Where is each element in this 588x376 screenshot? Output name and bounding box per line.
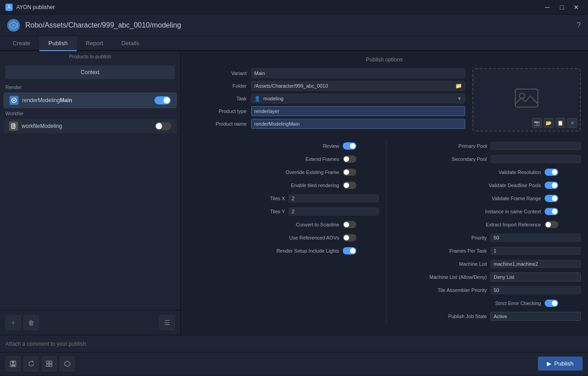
right-panel: Publish options Variant Main Folder /Ass…	[181, 51, 588, 335]
extract-import-reference-control	[545, 221, 581, 228]
refresh-button[interactable]	[23, 356, 39, 371]
secondary-pool-input[interactable]	[490, 155, 581, 163]
strict-error-checking-toggle[interactable]	[545, 300, 558, 307]
variant-input[interactable]: Main	[254, 70, 462, 76]
svg-rect-16	[50, 364, 52, 367]
help-button[interactable]: ?	[577, 21, 581, 29]
filter-button[interactable]	[60, 356, 75, 371]
instance-same-context-label: Instance in same Context	[390, 209, 545, 214]
thumbnail-copy-button[interactable]: 📋	[555, 118, 565, 128]
tile-assembler-priority-input[interactable]: 50	[490, 286, 581, 294]
maximize-button[interactable]: □	[555, 1, 568, 14]
svg-rect-8	[515, 89, 538, 107]
override-existing-frame-label: Override Existing Frame	[188, 169, 343, 175]
tab-report[interactable]: Report	[77, 36, 112, 51]
validate-deadline-pools-toggle[interactable]	[545, 182, 558, 189]
options-right: Primary Pool Secondary Pool Validate Res…	[386, 141, 581, 324]
extract-import-reference-toggle[interactable]	[545, 221, 558, 228]
workfile-toggle[interactable]	[155, 122, 171, 130]
strict-error-checking-row: Strict Error Checking	[390, 298, 581, 309]
tiles-x-input[interactable]: 2	[289, 194, 379, 202]
enable-tiled-rendering-control	[343, 182, 379, 189]
products-header: Products to publish	[0, 51, 180, 62]
instance-same-context-toggle[interactable]	[545, 208, 558, 215]
svg-rect-11	[12, 361, 14, 363]
convert-scanline-row: Convert to Scanline	[188, 219, 379, 230]
save-button[interactable]	[5, 356, 21, 371]
convert-scanline-toggle[interactable]	[343, 221, 356, 228]
app-icon: A	[5, 4, 13, 11]
titlebar: A AYON publisher ─ □ ✕	[0, 0, 588, 14]
task-field[interactable]: 👤 modeling ▼	[251, 94, 465, 103]
frames-per-task-input[interactable]: 1	[490, 247, 581, 255]
use-referenced-aovs-row: Use Referenced AOVs	[188, 232, 379, 243]
machine-list-allow-deny-select[interactable]: Deny List Allow List	[490, 273, 581, 282]
instance-same-context-row: Instance in same Context	[390, 206, 581, 217]
strict-error-checking-label: Strict Error Checking	[390, 301, 545, 306]
render-toggle[interactable]	[154, 96, 171, 104]
add-item-button[interactable]: +	[5, 315, 21, 330]
minimize-button[interactable]: ─	[541, 1, 554, 14]
render-modeling-item[interactable]: renderModelingMain	[4, 93, 177, 108]
tiles-y-label: Tiles Y	[188, 209, 289, 214]
product-name-value: renderModelingMain	[254, 121, 299, 127]
primary-pool-control	[490, 142, 581, 150]
review-toggle[interactable]	[343, 142, 356, 150]
validate-deadline-pools-row: Validate Deadline Pools	[390, 180, 581, 191]
validate-resolution-toggle[interactable]	[545, 169, 558, 176]
tab-details[interactable]: Details	[112, 36, 149, 51]
close-button[interactable]: ✕	[570, 1, 583, 14]
variant-field[interactable]: Main	[251, 68, 465, 78]
context-button[interactable]: Context	[5, 66, 175, 79]
extend-frames-control	[343, 155, 379, 163]
machine-list-input[interactable]: machine1,machine2	[490, 260, 581, 268]
machine-list-allow-deny-control: Deny List Allow List	[490, 273, 581, 282]
publish-button[interactable]: ▶ Publish	[538, 357, 583, 371]
priority-input[interactable]: 50	[490, 234, 581, 242]
tab-create[interactable]: Create	[4, 36, 39, 51]
workfile-item[interactable]: workfileModeling	[4, 119, 177, 133]
bottom-toolbar: ▶ Publish	[0, 352, 588, 375]
menu-button[interactable]: ☰	[159, 315, 175, 330]
product-type-value: renderlayer	[254, 108, 280, 114]
instance-same-context-control	[545, 208, 581, 215]
validate-frame-range-toggle[interactable]	[545, 195, 558, 202]
machine-list-row: Machine List machine1,machine2	[390, 258, 581, 269]
product-name-field[interactable]: renderModelingMain	[251, 119, 465, 129]
comment-bar	[0, 335, 588, 352]
override-existing-frame-control	[343, 169, 379, 176]
layout-button[interactable]	[42, 356, 57, 371]
convert-scanline-control	[343, 221, 379, 228]
tab-publish[interactable]: Publish	[39, 36, 77, 51]
publish-options-title: Publish options	[188, 56, 581, 63]
titlebar-left: A AYON publisher	[5, 4, 55, 11]
render-setup-lights-toggle[interactable]	[343, 247, 356, 254]
delete-item-button[interactable]: 🗑	[23, 315, 39, 330]
render-item-name: renderModelingMain	[22, 97, 151, 103]
validate-frame-range-label: Validate Frame Range	[390, 196, 545, 201]
primary-pool-input[interactable]	[490, 142, 581, 150]
folder-field[interactable]: /Assets/Character/999_abc_0010 📁	[251, 81, 465, 91]
render-setup-lights-label: Render Setup Include Lights	[188, 248, 343, 254]
folder-browse-button[interactable]: 📁	[455, 83, 462, 89]
task-label: Task	[188, 96, 251, 101]
extend-frames-toggle[interactable]	[343, 155, 356, 163]
extend-frames-label: Extend Frames	[188, 156, 343, 162]
tab-bar: Create Publish Report Details	[0, 36, 588, 51]
tiles-y-input[interactable]: 2	[289, 207, 379, 216]
task-row: Task 👤 modeling ▼	[188, 94, 465, 103]
thumbnail-clear-button[interactable]: ✕	[567, 118, 577, 128]
secondary-pool-label: Secondary Pool	[390, 156, 490, 162]
tiles-x-row: Tiles X 2	[188, 193, 379, 204]
secondary-pool-control	[490, 155, 581, 163]
thumbnail-camera-button[interactable]: 📷	[532, 118, 542, 128]
use-referenced-aovs-toggle[interactable]	[343, 234, 356, 241]
priority-row: Priority 50	[390, 232, 581, 243]
override-existing-frame-toggle[interactable]	[343, 169, 356, 176]
enable-tiled-rendering-toggle[interactable]	[343, 182, 356, 189]
publish-job-state-select[interactable]: Active Suspended	[490, 312, 581, 321]
publish-job-state-label: Publish Job State	[390, 314, 490, 319]
thumbnail-folder-button[interactable]: 📂	[544, 118, 554, 128]
tile-assembler-priority-row: Tile Assembler Priority 50	[390, 285, 581, 296]
comment-input[interactable]	[5, 341, 583, 347]
